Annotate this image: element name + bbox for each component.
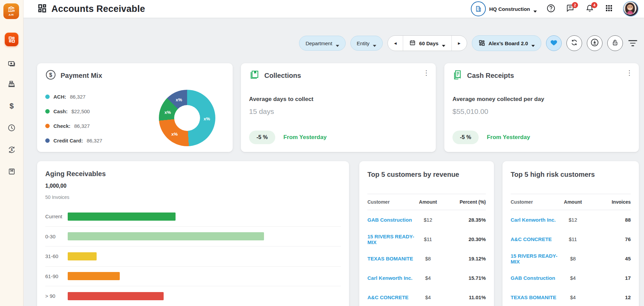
- kebab-menu[interactable]: ⋮: [625, 69, 633, 77]
- messages-badge: 2: [572, 2, 578, 8]
- cash-register-icon: [7, 80, 16, 89]
- board-label: Alex’s Board 2.0: [489, 40, 528, 46]
- sidebar: A/R $: [0, 0, 23, 306]
- app-logo[interactable]: A/R: [3, 3, 19, 19]
- apps-grid-icon: [605, 4, 613, 14]
- table-row: 15 RIVERS READY-MIX $11 20.30%: [367, 230, 486, 249]
- dashboard-icon: [8, 36, 15, 43]
- building-icon: [471, 1, 486, 16]
- filter-button[interactable]: [628, 40, 638, 46]
- cash-receipts-delta-badge: -5 %: [452, 131, 479, 144]
- page-title: Accounts Receivable: [51, 4, 145, 14]
- payments-icon: [7, 59, 16, 68]
- top-revenue-card: Top 5 customers by revenue Customer Amou…: [359, 161, 494, 306]
- collections-card: Collections ⋮ Average days to collect 15…: [241, 63, 436, 152]
- customer-link[interactable]: GAB Construction: [511, 275, 559, 281]
- avatar[interactable]: [623, 1, 639, 17]
- customer-link[interactable]: GAB Construction: [367, 217, 414, 223]
- org-name: HQ Construction: [489, 6, 530, 12]
- refresh-icon: [571, 39, 578, 48]
- legend-dot: [45, 124, 50, 128]
- high-risk-card: Top 5 high risk customers Customer Amoun…: [502, 161, 639, 306]
- top-header: Accounts Receivable HQ Construction: [23, 0, 644, 18]
- table-row: A&C CONCRETE $11 76: [511, 230, 631, 249]
- entity-filter[interactable]: Entity: [350, 36, 383, 51]
- aging-bar-fill[interactable]: [68, 213, 176, 221]
- page-title-group: Accounts Receivable: [37, 3, 145, 14]
- table-row: Carl Kenworth Inc. $12 88: [511, 210, 631, 230]
- department-filter[interactable]: Department: [299, 36, 345, 51]
- cash-receipts-card: Cash Receipts ⋮ Average money collected …: [444, 63, 639, 152]
- table-row: 15 RIVERS READY-MIX $8 45: [511, 249, 631, 268]
- heart-icon: [550, 39, 558, 47]
- customer-link[interactable]: TEXAS BOMANITE: [367, 256, 414, 261]
- dollar-icon: $: [10, 102, 14, 111]
- sidebar-item-saved[interactable]: [5, 165, 18, 178]
- aging-receivables-card: Aging Receivables 1,000,00 50 Invoices C…: [37, 161, 349, 306]
- customer-link[interactable]: A&C CONCRETE: [367, 294, 414, 300]
- kebab-menu[interactable]: ⋮: [422, 69, 430, 77]
- aging-bar-fill[interactable]: [68, 272, 120, 280]
- dollar-circle-icon: $: [45, 69, 56, 82]
- aging-bar-fill[interactable]: [68, 292, 164, 300]
- legend-item: ACH: 86,327: [45, 93, 102, 100]
- legend-item: Cash: $22,500: [45, 108, 102, 115]
- sidebar-item-dashboards[interactable]: [5, 33, 18, 46]
- sidebar-item-history[interactable]: [5, 121, 18, 135]
- accounts-receivable-dashboard: { "header": { "title": "Accounts Receiva…: [0, 0, 644, 306]
- sidebar-item-cash-register[interactable]: [5, 78, 18, 91]
- download-button[interactable]: [587, 35, 602, 51]
- apps-button[interactable]: [604, 3, 614, 15]
- sidebar-item-money-sync[interactable]: $: [5, 143, 18, 156]
- date-range-label: 60 Days: [419, 40, 439, 46]
- refresh-button[interactable]: [566, 35, 582, 51]
- book-icon: [249, 69, 260, 82]
- entity-filter-label: Entity: [357, 40, 370, 46]
- org-switcher[interactable]: HQ Construction: [471, 1, 537, 16]
- receipt-icon: [452, 69, 463, 82]
- sidebar-item-billing[interactable]: $: [5, 99, 18, 113]
- payment-mix-legend: ACH: 86,327 Cash: $22,500 Check: 86,327 …: [45, 93, 102, 152]
- lock-icon: [611, 39, 619, 48]
- download-icon: [590, 38, 599, 48]
- date-range-control: ◂ 60 Days ▸: [387, 35, 467, 51]
- table-row: TEXAS BOMANITE $8 19.12%: [367, 249, 486, 268]
- lock-button[interactable]: [607, 35, 623, 51]
- aging-bar-fill[interactable]: [68, 252, 97, 260]
- customer-link[interactable]: 15 RIVERS READY-MIX: [511, 253, 559, 265]
- cash-receipts-title: Cash Receipts: [467, 72, 514, 80]
- board-selector[interactable]: Alex’s Board 2.0: [472, 35, 541, 51]
- customer-link[interactable]: 15 RIVERS READY-MIX: [367, 234, 414, 245]
- chevron-down-icon: [442, 42, 445, 44]
- payment-mix-title: Payment Mix: [61, 72, 102, 80]
- table-row: GAB Construction $4 17: [511, 268, 631, 288]
- payment-mix-donut[interactable]: x% x% x% x%: [159, 90, 215, 146]
- payment-mix-card: $ Payment Mix ACH: 86,327 Cash: $22,500 …: [37, 63, 233, 152]
- donut-slice-label: x%: [204, 116, 210, 121]
- date-next-button[interactable]: ▸: [452, 36, 467, 51]
- legend-item: Check: 86,327: [45, 122, 102, 129]
- date-prev-button[interactable]: ◂: [388, 36, 403, 51]
- department-filter-label: Department: [306, 40, 332, 46]
- date-range-dropdown[interactable]: 60 Days: [403, 36, 452, 51]
- help-button[interactable]: [545, 3, 556, 15]
- table-row: TEXAS BOMANITE $4 12: [511, 288, 631, 306]
- table-header: Customer Amount Percent (%): [367, 194, 486, 210]
- favorite-button[interactable]: [546, 35, 562, 51]
- collections-title: Collections: [264, 72, 301, 80]
- customer-link[interactable]: A&C CONCRETE: [511, 236, 559, 242]
- messages-button[interactable]: 2: [565, 3, 576, 15]
- sidebar-item-payments[interactable]: [5, 57, 18, 70]
- table-row: GAB Construction $12 28.35%: [367, 210, 486, 230]
- customer-link[interactable]: TEXAS BOMANITE: [511, 294, 559, 300]
- legend-dot: [45, 95, 50, 99]
- aging-title: Aging Receivables: [45, 170, 106, 178]
- notifications-button[interactable]: 4: [584, 3, 595, 15]
- chevron-down-icon: [336, 42, 339, 44]
- customer-link[interactable]: Carl Kenworth Inc.: [511, 217, 559, 223]
- app-logo-label: A/R: [9, 13, 14, 16]
- history-clock-icon: [7, 123, 16, 132]
- customer-link[interactable]: Carl Kenworth Inc.: [367, 275, 414, 281]
- aging-bar-fill[interactable]: [68, 232, 264, 240]
- cash-receipts-delta-caption: From Yesterday: [487, 134, 530, 141]
